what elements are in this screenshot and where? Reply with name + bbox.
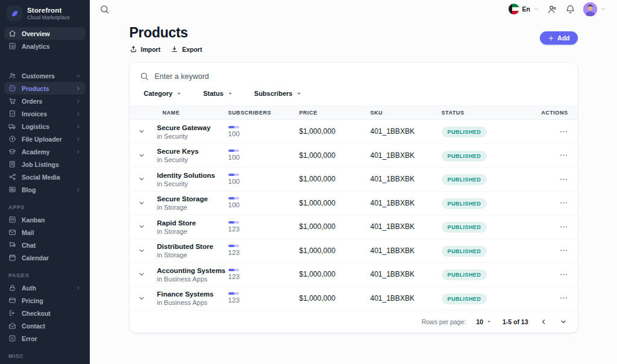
sidebar-item-error[interactable]: Error (4, 332, 86, 345)
product-name-cell: Secure Gatewayin Security (157, 124, 228, 140)
notifications-button[interactable] (565, 4, 575, 14)
filter-category[interactable]: Category (144, 90, 183, 97)
add-label: Add (557, 34, 569, 42)
sidebar-item-products[interactable]: Products (4, 82, 86, 95)
product-category: in Business Apps (157, 275, 228, 283)
language-selector[interactable]: En (509, 4, 539, 14)
sidebar-item-checkout[interactable]: Checkout (4, 307, 86, 319)
sidebar-item-label: Contact (22, 322, 45, 330)
contacts-button[interactable] (547, 4, 557, 14)
rows-per-page-label: Rows per page: (422, 318, 466, 325)
expand-row-button[interactable] (137, 198, 146, 208)
keyword-search-input[interactable] (155, 72, 568, 81)
product-name-cell: Secure Keysin Security (157, 147, 228, 163)
previous-page-button[interactable] (539, 317, 548, 327)
import-button[interactable]: Import (130, 45, 161, 53)
home-icon (8, 30, 16, 37)
sidebar-item-contact[interactable]: Contact (4, 319, 86, 332)
users-icon (547, 4, 557, 14)
global-search-button[interactable] (99, 4, 110, 14)
main-area: En Products (90, 0, 617, 364)
sidebar-item-invoices[interactable]: Invoices (4, 107, 86, 120)
sidebar-item-analytics[interactable]: Analytics (4, 40, 86, 52)
expand-row-button[interactable] (137, 269, 146, 279)
sidebar-item-label: Chat (22, 242, 36, 249)
subscribers-cell: 100 (228, 197, 299, 209)
row-actions-button[interactable] (559, 291, 568, 305)
sidebar-item-file-uploader[interactable]: File Uploader (4, 133, 86, 145)
rows-per-page-value: 10 (476, 318, 483, 325)
pagination: Rows per page: 10 1-5 of 13 (130, 310, 578, 333)
status-cell: PUBLISHED (442, 149, 520, 162)
sidebar-item-academy[interactable]: Academy (4, 145, 86, 158)
status-badge: PUBLISHED (442, 127, 487, 137)
subscribers-cell: 100 (228, 126, 299, 137)
next-page-button[interactable] (559, 317, 568, 327)
sidebar-item-kanban[interactable]: Kanban (4, 213, 86, 226)
add-button[interactable]: Add (540, 31, 577, 45)
expand-row-button[interactable] (137, 222, 146, 231)
sidebar-item-label: Job Listings (22, 161, 59, 168)
sidebar-item-label: Analytics (22, 43, 50, 50)
expand-row-button[interactable] (137, 293, 146, 303)
brand-link[interactable]: Storefront Cloud Marketplace (0, 0, 90, 24)
expand-row-button[interactable] (137, 246, 146, 256)
subscribers-cell: 123 (228, 221, 299, 233)
rows-per-page-select[interactable]: 10 (476, 318, 492, 325)
sidebar-item-overview[interactable]: Overview (4, 27, 86, 40)
subscribers-cell: 123 (228, 245, 299, 256)
row-actions-button[interactable] (559, 243, 568, 257)
sidebar-item-label: Kanban (22, 216, 45, 224)
app-root: Storefront Cloud Marketplace OverviewAna… (0, 0, 617, 364)
sidebar-item-social-media[interactable]: Social Media (4, 171, 86, 183)
sidebar-item-label: Calendar (22, 254, 49, 262)
account-menu-button[interactable] (583, 2, 606, 16)
product-name: Secure Keys (157, 147, 228, 155)
subscribers-progress-bar (228, 269, 239, 271)
row-actions-button[interactable] (559, 172, 568, 186)
sidebar-item-chat[interactable]: Chat (4, 239, 86, 251)
subscribers-cell: 100 (228, 149, 299, 161)
sidebar-item-mail[interactable]: Mail (4, 226, 86, 239)
sidebar-item-job-listings[interactable]: Job Listings (4, 158, 86, 171)
filter-row: CategoryStatusSubscribers (130, 89, 578, 105)
sidebar-item-label: Checkout (22, 310, 51, 317)
row-actions-button[interactable] (559, 148, 568, 162)
sidebar-item-logistics[interactable]: Logistics (4, 120, 86, 133)
row-actions-button[interactable] (559, 196, 568, 210)
sidebar-item-label: Error (22, 335, 37, 342)
sidebar-item-label: Academy (22, 148, 50, 155)
table-row: Secure Gatewayin Security100$1,000,00040… (130, 120, 578, 144)
row-actions-button[interactable] (559, 268, 568, 281)
upload-icon (130, 45, 137, 53)
expand-row-button[interactable] (137, 127, 146, 136)
filter-subscribers[interactable]: Subscribers (254, 90, 303, 97)
chevron-down-icon (138, 295, 145, 302)
brand-text: Storefront Cloud Marketplace (27, 7, 70, 20)
product-name-cell: Rapid Storein Storage (157, 219, 228, 235)
subscribers-value: 100 (228, 130, 299, 137)
row-actions-button[interactable] (559, 125, 568, 139)
product-name-cell: Identity Solutionsin Security (157, 171, 228, 187)
sidebar-item-label: Pricing (22, 297, 43, 304)
sidebar-item-calendar[interactable]: Calendar (4, 251, 86, 264)
caret-down-icon (227, 90, 234, 97)
expand-row-button[interactable] (137, 151, 146, 160)
subscribers-value: 123 (228, 249, 299, 256)
sidebar-item-auth[interactable]: Auth (4, 281, 86, 294)
sidebar-item-orders[interactable]: Orders (4, 95, 86, 107)
table-row: Secure Keysin Security100$1,000,000401_1… (130, 144, 578, 168)
sidebar-section: APPSKanbanMailChatCalendar (0, 204, 90, 264)
subscribers-value: 100 (228, 201, 299, 209)
chevron-down-icon (138, 199, 145, 207)
row-actions-button[interactable] (559, 220, 568, 234)
subscribers-progress-bar (228, 292, 239, 295)
sidebar-item-customers[interactable]: Customers (4, 69, 86, 82)
export-button[interactable]: Export (171, 45, 202, 53)
filter-status[interactable]: Status (203, 90, 234, 97)
sidebar-item-blog[interactable]: Blog (4, 183, 86, 196)
sidebar-item-pricing[interactable]: Pricing (4, 294, 86, 307)
filter-label: Category (144, 90, 173, 97)
expand-row-button[interactable] (137, 174, 146, 184)
sku-cell: 401_1BBXBK (371, 294, 442, 303)
